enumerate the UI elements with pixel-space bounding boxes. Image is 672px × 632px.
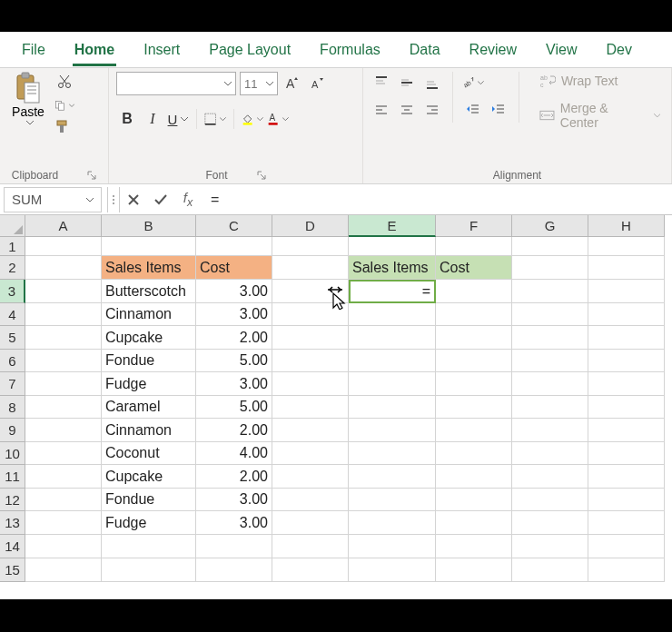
orientation-button[interactable]: ab <box>462 72 484 94</box>
cell[interactable] <box>588 396 665 419</box>
cell[interactable]: Fondue <box>102 350 196 372</box>
tab-file[interactable]: File <box>7 35 60 65</box>
cell[interactable] <box>588 372 665 396</box>
cell[interactable]: 3.00 <box>196 511 272 535</box>
tab-view[interactable]: View <box>531 35 591 65</box>
cell[interactable]: 5.00 <box>196 396 272 419</box>
cell[interactable] <box>196 535 272 558</box>
row-header[interactable]: 8 <box>0 396 25 419</box>
dialog-launcher-icon[interactable] <box>257 171 266 180</box>
tab-insert[interactable]: Insert <box>129 35 194 65</box>
cell[interactable] <box>588 442 665 465</box>
borders-button[interactable] <box>204 108 226 130</box>
tab-developer[interactable]: Dev <box>591 35 646 65</box>
row-header[interactable]: 1 <box>0 237 25 256</box>
cell[interactable] <box>512 419 588 442</box>
cell[interactable] <box>436 237 512 256</box>
cell[interactable] <box>349 237 436 256</box>
formula-input[interactable]: = <box>202 192 672 208</box>
cell[interactable] <box>349 465 436 489</box>
cell[interactable] <box>436 372 512 396</box>
row-header[interactable]: 9 <box>0 419 25 442</box>
cell[interactable] <box>349 511 436 535</box>
cell[interactable]: 3.00 <box>196 303 272 326</box>
cell[interactable]: Fudge <box>102 511 196 535</box>
cell[interactable] <box>512 442 588 465</box>
cell[interactable] <box>512 396 588 419</box>
cell[interactable] <box>349 419 436 442</box>
row-header[interactable]: 12 <box>0 489 25 511</box>
column-header[interactable]: D <box>272 215 349 237</box>
cell[interactable] <box>436 535 512 558</box>
cell[interactable] <box>25 442 102 465</box>
select-all-button[interactable] <box>0 215 25 237</box>
cell[interactable] <box>349 396 436 419</box>
cell[interactable] <box>272 489 349 511</box>
cell[interactable] <box>512 489 588 511</box>
cell[interactable] <box>512 535 588 558</box>
column-header[interactable]: G <box>512 215 588 237</box>
cell[interactable] <box>25 465 102 489</box>
font-name-selector[interactable] <box>116 72 236 95</box>
cell[interactable] <box>436 419 512 442</box>
cell[interactable] <box>25 326 102 350</box>
cell[interactable]: Fondue <box>102 489 196 511</box>
cell[interactable] <box>102 237 196 256</box>
row-header[interactable]: 11 <box>0 465 25 489</box>
cell[interactable] <box>436 303 512 326</box>
cell[interactable] <box>25 372 102 396</box>
cell[interactable] <box>25 256 102 280</box>
cell[interactable] <box>436 465 512 489</box>
cell[interactable] <box>102 535 196 558</box>
column-header[interactable]: C <box>196 215 272 237</box>
cell[interactable]: Cost <box>436 256 512 280</box>
row-header[interactable]: 13 <box>0 511 25 535</box>
cell[interactable]: Cupcake <box>102 465 196 489</box>
cell[interactable] <box>272 419 349 442</box>
cell[interactable] <box>272 280 349 303</box>
cell[interactable] <box>25 419 102 442</box>
cell[interactable] <box>512 465 588 489</box>
cell[interactable] <box>588 326 665 350</box>
increase-indent-button[interactable] <box>488 99 509 121</box>
cell[interactable]: Coconut <box>102 442 196 465</box>
cell[interactable] <box>196 237 272 256</box>
cell[interactable] <box>588 489 665 511</box>
cell[interactable]: Cinnamon <box>102 303 196 326</box>
align-right-button[interactable] <box>421 99 443 121</box>
cell[interactable] <box>25 489 102 511</box>
italic-button[interactable]: I <box>142 108 163 130</box>
tab-page-layout[interactable]: Page Layout <box>194 35 305 65</box>
align-top-button[interactable] <box>371 72 392 94</box>
row-header[interactable]: 2 <box>0 256 25 280</box>
cell[interactable] <box>512 350 588 372</box>
format-painter-button[interactable] <box>54 119 74 139</box>
align-bottom-button[interactable] <box>421 72 443 94</box>
cell[interactable]: Cost <box>196 256 272 280</box>
cell[interactable]: 4.00 <box>196 442 272 465</box>
dialog-launcher-icon[interactable] <box>87 171 96 180</box>
bold-button[interactable]: B <box>116 108 138 130</box>
cell[interactable] <box>512 558 588 582</box>
cell[interactable] <box>349 350 436 372</box>
cell[interactable] <box>272 256 349 280</box>
row-header[interactable]: 6 <box>0 350 25 372</box>
cell[interactable] <box>436 350 512 372</box>
cell[interactable] <box>25 535 102 558</box>
cell[interactable]: Fudge <box>102 372 196 396</box>
font-color-button[interactable]: A <box>267 108 289 130</box>
fill-color-button[interactable] <box>242 108 263 130</box>
cell[interactable] <box>272 535 349 558</box>
column-header[interactable]: F <box>436 215 512 237</box>
cell[interactable] <box>25 511 102 535</box>
cell[interactable] <box>512 256 588 280</box>
decrease-indent-button[interactable] <box>462 99 484 121</box>
cell[interactable] <box>25 280 102 303</box>
cell[interactable] <box>512 237 588 256</box>
cell[interactable] <box>349 303 436 326</box>
cell[interactable] <box>436 489 512 511</box>
wrap-text-button[interactable]: abc Wrap Text <box>536 72 664 90</box>
column-header[interactable]: B <box>102 215 196 237</box>
cell[interactable] <box>436 558 512 582</box>
confirm-formula-button[interactable] <box>147 185 174 214</box>
